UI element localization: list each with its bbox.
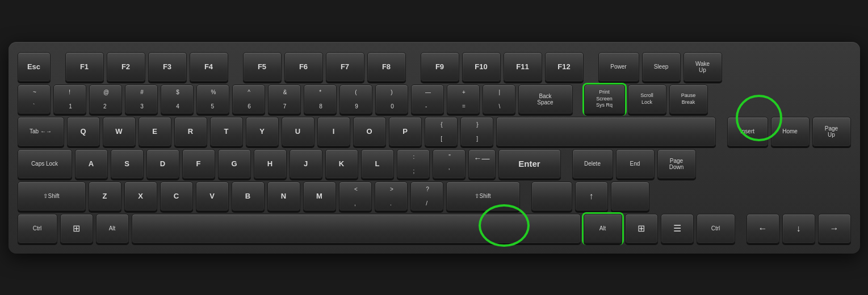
key-d[interactable]: D — [146, 149, 179, 179]
key-backspace[interactable]: BackSpace — [518, 85, 573, 114]
key-2[interactable]: @2 — [89, 85, 122, 114]
key-backtick[interactable]: ~` — [18, 85, 51, 114]
key-enter[interactable]: Enter — [498, 149, 561, 179]
key-f8[interactable]: F8 — [367, 52, 406, 82]
key-print-screen[interactable]: PrintScreenSys Rq — [584, 85, 625, 114]
key-arrow-down[interactable]: ↓ — [782, 214, 815, 243]
key-y[interactable]: Y — [246, 117, 279, 146]
key-e[interactable]: E — [139, 117, 171, 146]
key-alt-left[interactable]: Alt — [96, 214, 129, 243]
key-f3[interactable]: F3 — [148, 52, 187, 82]
home-row: Caps Lock A S D F G H J K L :; "' ←— Ent… — [18, 149, 851, 179]
key-w[interactable]: W — [103, 117, 136, 146]
key-tab[interactable]: Tab ←→ — [18, 117, 64, 146]
key-page-down[interactable]: PageDown — [657, 149, 696, 179]
key-p[interactable]: P — [389, 117, 422, 146]
key-i[interactable]: I — [317, 117, 350, 146]
key-scroll-lock[interactable]: ScrollLock — [628, 85, 666, 114]
key-7[interactable]: &7 — [268, 85, 301, 114]
key-qwerty-enter-top — [496, 117, 716, 146]
key-sleep[interactable]: Sleep — [642, 52, 681, 82]
key-close-bracket[interactable]: }] — [460, 117, 493, 146]
key-h[interactable]: H — [254, 149, 287, 179]
key-j[interactable]: J — [290, 149, 322, 179]
key-f6[interactable]: F6 — [284, 52, 323, 82]
key-page-up[interactable]: PageUp — [812, 117, 851, 146]
fn-row: Esc F1 F2 F3 F4 F5 F6 F7 F8 F9 F10 F11 F… — [18, 52, 851, 82]
key-l[interactable]: L — [361, 149, 394, 179]
key-f2[interactable]: F2 — [107, 52, 145, 82]
key-period[interactable]: >. — [375, 182, 408, 211]
key-spacer-r2 — [611, 182, 649, 211]
key-f10[interactable]: F10 — [462, 52, 501, 82]
key-win-right[interactable]: ⊞ — [625, 214, 658, 243]
key-b[interactable]: B — [232, 182, 265, 211]
key-pause-break[interactable]: PauseBreak — [669, 85, 708, 114]
key-f12[interactable]: F12 — [545, 52, 584, 82]
key-1[interactable]: !1 — [53, 85, 86, 114]
key-f11[interactable]: F11 — [504, 52, 542, 82]
key-f1[interactable]: F1 — [65, 52, 104, 82]
key-backslash[interactable]: |\ — [483, 85, 515, 114]
key-f9[interactable]: F9 — [421, 52, 459, 82]
key-9[interactable]: (9 — [339, 85, 372, 114]
key-6[interactable]: ^6 — [232, 85, 265, 114]
key-3[interactable]: #3 — [125, 85, 158, 114]
key-ctrl-left[interactable]: Ctrl — [18, 214, 57, 243]
key-power[interactable]: Power — [598, 52, 639, 82]
key-u[interactable]: U — [282, 117, 315, 146]
key-slash[interactable]: ?/ — [410, 182, 443, 211]
key-f5[interactable]: F5 — [243, 52, 282, 82]
bottom-row: Ctrl ⊞ Alt Alt ⊞ ☰ Ctrl ← ↓ → — [18, 214, 851, 243]
key-comma[interactable]: <, — [339, 182, 372, 211]
key-quote[interactable]: "' — [433, 149, 466, 179]
key-home[interactable]: Home — [771, 117, 810, 146]
key-r[interactable]: R — [174, 117, 207, 146]
key-z[interactable]: Z — [89, 182, 121, 211]
key-end[interactable]: End — [616, 149, 655, 179]
key-f4[interactable]: F4 — [190, 52, 228, 82]
key-k[interactable]: K — [325, 149, 358, 179]
key-0[interactable]: )0 — [375, 85, 408, 114]
key-arrow-right[interactable]: → — [818, 214, 851, 243]
key-caps-lock[interactable]: Caps Lock — [18, 149, 72, 179]
key-arrow-left[interactable]: ← — [747, 214, 779, 243]
key-semicolon[interactable]: :; — [397, 149, 430, 179]
key-t[interactable]: T — [210, 117, 243, 146]
key-a[interactable]: A — [75, 149, 108, 179]
shift-row: ⇧Shift Z X C V B N M <, >. ?/ ⇧Shift ↑ — [18, 182, 851, 211]
key-menu[interactable]: ☰ — [661, 214, 694, 243]
key-wake-up[interactable]: WakeUp — [684, 52, 722, 82]
num-row: ~` !1 @2 #3 $4 %5 ^6 &7 *8 (9 )0 — [18, 85, 851, 114]
key-5[interactable]: %5 — [196, 85, 229, 114]
key-q[interactable]: Q — [67, 117, 100, 146]
key-open-bracket[interactable]: {[ — [425, 117, 458, 146]
key-v[interactable]: V — [196, 182, 229, 211]
key-insert[interactable]: Insert — [727, 117, 768, 146]
key-s[interactable]: S — [111, 149, 144, 179]
key-shift-left[interactable]: ⇧Shift — [18, 182, 86, 211]
key-equals[interactable]: += — [447, 85, 480, 114]
key-return-back: ←— — [468, 149, 496, 179]
key-c[interactable]: C — [160, 182, 193, 211]
key-n[interactable]: N — [267, 182, 300, 211]
key-alt-right[interactable]: Alt — [584, 214, 622, 243]
key-delete[interactable]: Delete — [572, 149, 613, 179]
key-minus[interactable]: —- — [411, 85, 444, 114]
key-o[interactable]: O — [353, 117, 386, 146]
key-spacebar[interactable] — [132, 214, 581, 243]
key-g[interactable]: G — [218, 149, 251, 179]
key-ctrl-right[interactable]: Ctrl — [697, 214, 735, 243]
key-8[interactable]: *8 — [304, 85, 337, 114]
key-4[interactable]: $4 — [161, 85, 194, 114]
key-f[interactable]: F — [182, 149, 215, 179]
key-m[interactable]: M — [303, 182, 336, 211]
key-win-left[interactable]: ⊞ — [60, 214, 93, 243]
key-x[interactable]: X — [124, 182, 157, 211]
key-esc[interactable]: Esc — [18, 52, 51, 82]
key-arrow-up[interactable]: ↑ — [575, 182, 608, 211]
key-shift-right[interactable]: ⇧Shift — [446, 182, 520, 211]
qwerty-row: Tab ←→ Q W E R T Y U I O P {[ }] Insert … — [18, 117, 851, 146]
key-spacer-r1 — [531, 182, 572, 211]
key-f7[interactable]: F7 — [326, 52, 364, 82]
